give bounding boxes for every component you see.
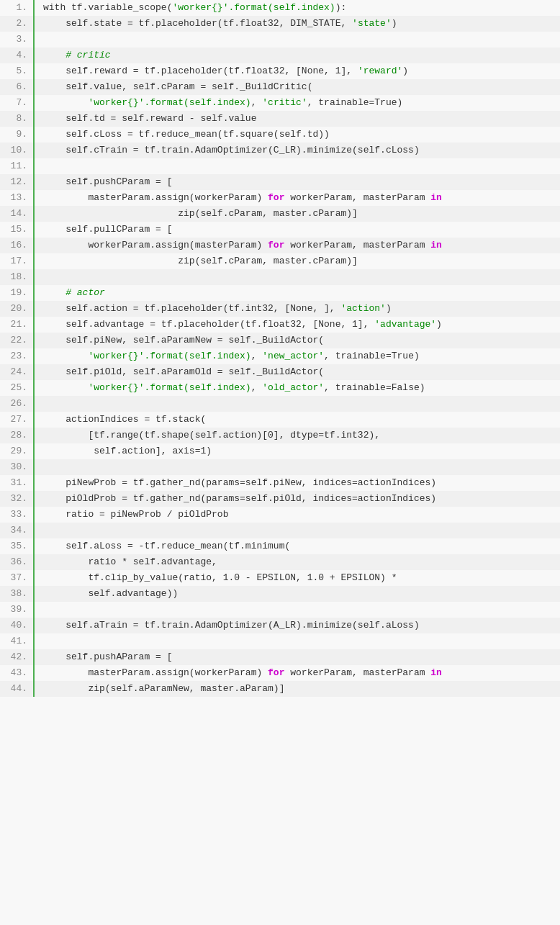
token: in: [430, 666, 442, 680]
line-content: self.pushCParam = [: [35, 174, 172, 190]
line-number: 10.: [0, 143, 35, 158]
line-content: self.aLoss = -tf.reduce_mean(tf.minimum(: [35, 538, 290, 554]
line-number: 18.: [0, 269, 35, 285]
code-line: 38. self.advantage)): [0, 586, 560, 602]
token: [43, 381, 88, 395]
line-content: masterParam.assign(workerParam) for work…: [35, 665, 442, 681]
token: self.td = self.reward - self.value: [43, 112, 256, 126]
token: 'worker{}'.format(self.index): [172, 1, 335, 15]
code-line: 30.: [0, 459, 560, 475]
token: self.state = tf.placeholder(tf.float32, …: [43, 17, 352, 31]
token: masterParam.assign(workerParam): [43, 666, 268, 680]
code-line: 11.: [0, 158, 560, 174]
code-line: 32. piOldProb = tf.gather_nd(params=self…: [0, 491, 560, 507]
code-line: 26.: [0, 396, 560, 412]
token: for: [268, 666, 284, 680]
token: self.aLoss = -tf.reduce_mean(tf.minimum(: [43, 539, 290, 554]
line-content: self.advantage)): [35, 586, 178, 602]
line-content: self.value, self.cParam = self._BuildCri…: [35, 79, 312, 95]
line-content: [35, 158, 43, 174]
code-line: 9. self.cLoss = tf.reduce_mean(tf.square…: [0, 127, 560, 143]
token: workerParam, masterParam: [284, 666, 430, 680]
line-content: masterParam.assign(workerParam) for work…: [35, 190, 442, 206]
code-line: 14. zip(self.cParam, master.cParam)]: [0, 206, 560, 222]
line-content: self.td = self.reward - self.value: [35, 111, 256, 127]
token: zip(self.aParamNew, master.aParam)]: [43, 682, 284, 696]
line-number: 1.: [0, 0, 35, 16]
code-line: 41.: [0, 633, 560, 649]
code-line: 13. masterParam.assign(workerParam) for …: [0, 190, 560, 206]
token: , trainable=True): [307, 96, 403, 110]
line-content: # critic: [35, 48, 111, 63]
line-content: self.pullCParam = [: [35, 222, 172, 238]
line-number: 32.: [0, 491, 35, 507]
line-number: 11.: [0, 158, 35, 174]
line-number: 21.: [0, 317, 35, 333]
token: ,: [251, 349, 263, 364]
line-number: 19.: [0, 285, 35, 301]
code-line: 6. self.value, self.cParam = self._Build…: [0, 79, 560, 95]
line-number: 17.: [0, 253, 35, 269]
code-line: 21. self.advantage = tf.placeholder(tf.f…: [0, 317, 560, 333]
line-number: 29.: [0, 443, 35, 459]
code-line: 33. ratio = piNewProb / piOldProb: [0, 507, 560, 523]
token: with tf.variable_scope(: [43, 1, 172, 15]
line-content: [35, 602, 43, 618]
code-line: 10. self.cTrain = tf.train.AdamOptimizer…: [0, 143, 560, 158]
token: self.aTrain = tf.train.AdamOptimizer(A_L…: [43, 618, 420, 633]
code-line: 23. 'worker{}'.format(self.index), 'new_…: [0, 348, 560, 364]
line-number: 35.: [0, 538, 35, 554]
code-line: 12. self.pushCParam = [: [0, 174, 560, 190]
token: self.pullCParam = [: [43, 222, 172, 237]
line-content: piNewProb = tf.gather_nd(params=self.piN…: [35, 475, 436, 491]
token: 'worker{}'.format(self.index): [88, 381, 250, 395]
token: 'critic': [262, 96, 307, 110]
token: ratio = piNewProb / piOldProb: [43, 507, 228, 522]
token: in: [430, 238, 442, 253]
code-line: 20. self.action = tf.placeholder(tf.int3…: [0, 301, 560, 317]
token: ):: [335, 1, 347, 15]
code-line: 8. self.td = self.reward - self.value: [0, 111, 560, 127]
line-content: self.state = tf.placeholder(tf.float32, …: [35, 16, 397, 32]
line-number: 12.: [0, 174, 35, 190]
line-content: self.advantage = tf.placeholder(tf.float…: [35, 317, 442, 333]
line-content: self.reward = tf.placeholder(tf.float32,…: [35, 63, 408, 79]
line-content: self.piNew, self.aParamNew = self._Build…: [35, 333, 324, 348]
token: self.value, self.cParam = self._BuildCri…: [43, 80, 312, 94]
token: self.advantage)): [43, 587, 178, 601]
token: ratio * self.advantage,: [43, 555, 217, 569]
line-number: 39.: [0, 602, 35, 618]
token: [tf.range(tf.shape(self.action)[0], dtyp…: [43, 428, 380, 443]
line-content: with tf.variable_scope('worker{}'.format…: [35, 0, 346, 16]
line-content: piOldProb = tf.gather_nd(params=self.piO…: [35, 491, 436, 507]
code-line: 27. actionIndices = tf.stack(: [0, 412, 560, 428]
line-number: 25.: [0, 380, 35, 396]
line-number: 37.: [0, 570, 35, 586]
token: 'worker{}'.format(self.index): [88, 349, 250, 364]
token: , trainable=False): [324, 381, 425, 395]
line-number: 20.: [0, 301, 35, 317]
token: self.action], axis=1): [43, 444, 212, 459]
line-content: zip(self.aParamNew, master.aParam)]: [35, 681, 284, 697]
line-content: 'worker{}'.format(self.index), 'new_acto…: [35, 348, 420, 364]
token: 'state': [352, 17, 392, 31]
line-number: 40.: [0, 618, 35, 633]
code-line: 40. self.aTrain = tf.train.AdamOptimizer…: [0, 618, 560, 633]
line-content: [35, 396, 43, 412]
line-number: 14.: [0, 206, 35, 222]
code-line: 24. self.piOld, self.aParamOld = self._B…: [0, 364, 560, 380]
line-number: 7.: [0, 95, 35, 111]
line-number: 28.: [0, 428, 35, 443]
token: self.piNew, self.aParamNew = self._Build…: [43, 333, 324, 348]
line-content: self.pushAParam = [: [35, 649, 172, 665]
code-line: 5. self.reward = tf.placeholder(tf.float…: [0, 63, 560, 79]
line-content: zip(self.cParam, master.cParam)]: [35, 253, 358, 269]
token: actionIndices = tf.stack(: [43, 412, 206, 427]
token: piNewProb = tf.gather_nd(params=self.piN…: [43, 476, 436, 490]
token: self.cTrain = tf.train.AdamOptimizer(C_L…: [43, 143, 420, 158]
token: 'worker{}'.format(self.index): [88, 96, 250, 110]
token: ): [436, 317, 442, 332]
code-line: 42. self.pushAParam = [: [0, 649, 560, 665]
line-number: 26.: [0, 396, 35, 412]
line-number: 2.: [0, 16, 35, 32]
